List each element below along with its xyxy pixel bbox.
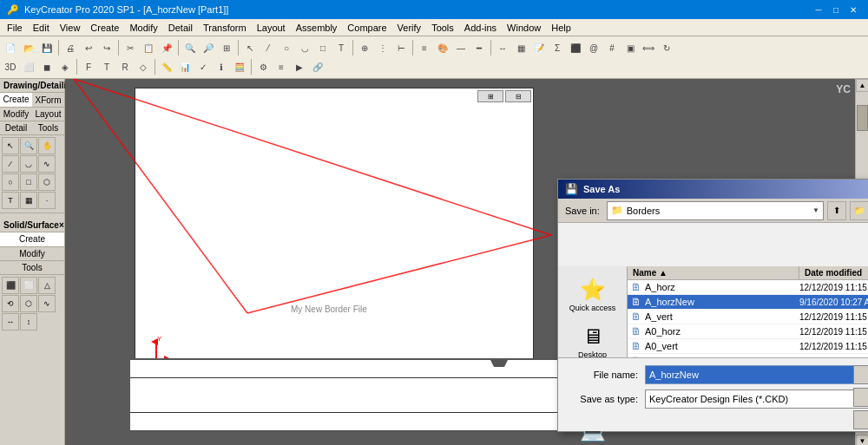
tb-mirror[interactable]: ⟺ [640,39,657,56]
tb-zoom-in[interactable]: 🔍 [181,39,199,56]
tb-linetype[interactable]: — [452,39,470,56]
tb2-right[interactable]: R [116,58,134,75]
menu-transform[interactable]: Transform [198,21,252,35]
solid-tool-2[interactable]: ⬜ [20,277,37,294]
tb2-macro[interactable]: ▶ [291,58,308,75]
tb-undo[interactable]: ↩ [80,39,97,56]
tb-cut[interactable]: ✂ [122,39,139,56]
file-row[interactable]: 🗎 A0_horz 12/12/2019 11:15 PM [628,324,868,339]
solid-tool-4[interactable]: ⟲ [2,295,19,312]
tab-detail[interactable]: Detail [0,121,32,134]
new-folder-button[interactable]: 📁 [850,201,868,220]
tb-copy[interactable]: 📋 [140,39,157,56]
tb2-options[interactable]: ≡ [273,58,290,75]
file-list-area[interactable]: Name ▲ Date modified 🗎 A_horz 12/12/2019… [628,266,868,357]
tool-rect[interactable]: □ [20,173,37,191]
tb-arc[interactable]: ◡ [296,39,313,56]
tb-layer[interactable]: ≡ [416,39,433,56]
menu-create[interactable]: Create [85,21,124,35]
tool-polygon[interactable]: ⬡ [38,173,56,191]
tb-select[interactable]: ↖ [241,39,259,56]
file-name-input[interactable] [645,365,868,384]
menu-modify[interactable]: Modify [124,21,162,35]
tb2-settings[interactable]: ⚙ [254,58,272,75]
tool-circle[interactable]: ○ [2,173,19,191]
menu-verify[interactable]: Verify [392,21,427,35]
solid-tab-modify[interactable]: Modify [0,247,64,260]
tb-print[interactable]: 🖨 [62,39,79,56]
save-button[interactable]: Save [853,365,868,384]
menu-help[interactable]: Help [546,21,576,35]
tb-paste[interactable]: 📌 [158,39,175,56]
file-row[interactable]: 🗎 A_horz 12/12/2019 11:15 PM [628,280,868,295]
tool-line[interactable]: ∕ [2,155,19,173]
menu-view[interactable]: View [55,21,86,35]
tb-snap[interactable]: ⊕ [356,39,373,56]
tb-ortho[interactable]: ⊢ [392,39,410,56]
tb2-3d[interactable]: 3D [2,58,19,75]
scroll-down[interactable]: ▼ [856,435,868,445]
content-area[interactable]: A ⊞ ⊟ My New Border File YC [65,79,868,445]
tb-redo[interactable]: ↪ [98,39,115,56]
save-type-combo[interactable]: KeyCreator Design Files (*.CKD) ▼ [645,389,868,409]
nav-quick-access[interactable]: ⭐ Quick access [562,273,624,317]
tool-hatch[interactable]: ▦ [20,192,37,209]
tb2-check[interactable]: ✓ [194,58,212,75]
tb-save[interactable]: 💾 [38,39,56,56]
solid-panel-pin[interactable]: × [59,220,64,230]
file-row[interactable]: 🗎 A_vert 12/12/2019 11:15 PM [628,310,868,324]
menu-assembly[interactable]: Assembly [291,21,343,35]
solid-tab-create[interactable]: Create [0,232,64,246]
tb-rect[interactable]: □ [314,39,332,56]
maximize-button[interactable]: □ [828,3,844,16]
tab-xform[interactable]: XForm [32,93,64,107]
tb-grid[interactable]: ⋮ [374,39,391,56]
tb-block[interactable]: ⬛ [567,39,584,56]
tb-attrib[interactable]: @ [585,39,602,56]
solid-tool-3[interactable]: △ [38,277,56,294]
tool-arc[interactable]: ◡ [20,155,37,173]
menu-tools[interactable]: Tools [426,21,459,35]
tool-select[interactable]: ↖ [2,137,19,154]
tb2-shade[interactable]: ◼ [38,58,56,75]
tb-symbol[interactable]: Σ [549,39,566,56]
tb-color[interactable]: 🎨 [434,39,451,56]
tb-rotate[interactable]: ↻ [658,39,675,56]
file-row[interactable]: 🗎 A_horzNew 9/16/2020 10:27 AM [628,295,868,310]
solid-tool-8[interactable]: ↕ [20,313,37,330]
menu-window[interactable]: Window [502,21,546,35]
tb-line[interactable]: ∕ [260,39,277,56]
tb-circle[interactable]: ○ [278,39,295,56]
tab-tools[interactable]: Tools [32,121,64,134]
menu-file[interactable]: File [2,21,28,35]
tb2-info[interactable]: ℹ [213,58,230,75]
tab-modify[interactable]: Modify [0,108,32,121]
tb2-iso[interactable]: ◇ [135,58,152,75]
help-button[interactable]: Help [853,410,868,429]
tb2-measure[interactable]: 📏 [158,58,175,75]
menu-layout[interactable]: Layout [252,21,291,35]
tool-curve[interactable]: ∿ [38,155,56,173]
tool-pan[interactable]: ✋ [38,137,56,154]
solid-tab-tools[interactable]: Tools [0,261,64,274]
tb2-wire[interactable]: ⬜ [20,58,37,75]
tb2-front[interactable]: F [80,58,97,75]
close-button[interactable]: ✕ [845,3,861,16]
tb-ref[interactable]: # [603,39,621,56]
tb-zoom-out[interactable]: 🔎 [200,39,217,56]
up-folder-button[interactable]: ⬆ [827,201,846,220]
tb2-calc[interactable]: 🧮 [231,58,248,75]
save-in-combo[interactable]: 📁 Borders ▼ [607,201,824,220]
tb-view2d[interactable]: ▣ [621,39,639,56]
solid-tool-6[interactable]: ∿ [38,295,56,312]
tb2-render[interactable]: ◈ [56,58,74,75]
tool-text[interactable]: T [2,192,19,209]
tb-dim[interactable]: ↔ [494,39,511,56]
tb-note[interactable]: 📝 [530,39,548,56]
tb-open[interactable]: 📂 [20,39,37,56]
tb2-analyze[interactable]: 📊 [176,58,194,75]
menu-addins[interactable]: Add-ins [459,21,502,35]
tool-point[interactable]: · [38,192,56,209]
tb-new[interactable]: 📄 [2,39,19,56]
menu-edit[interactable]: Edit [28,21,55,35]
